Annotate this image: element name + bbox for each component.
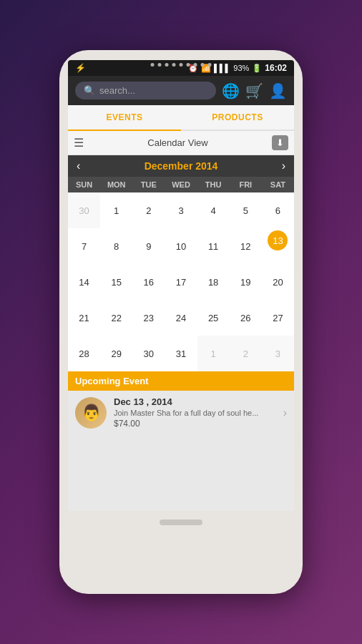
signal-icon: ▌▌▌ [214,64,230,72]
month-nav: ‹ December 2014 › [68,155,294,177]
table-row[interactable]: 4 [197,192,230,228]
tabs-bar: EVENTS PRODUCTS [68,105,294,131]
table-row[interactable]: 24 [165,300,197,336]
table-row[interactable]: 26 [230,300,262,336]
table-row[interactable]: 27 [262,300,294,336]
table-row[interactable]: 31 [165,336,197,371]
speaker-dots [151,63,212,67]
table-row[interactable]: 7 [68,228,100,264]
table-row[interactable]: 29 [100,336,132,371]
table-row[interactable]: 11 [197,228,230,264]
list-view-icon[interactable]: ☰ [74,136,84,150]
tab-products[interactable]: PRODUCTS [181,105,294,130]
table-row[interactable]: 10 [165,228,197,264]
globe-icon[interactable]: 🌐 [222,82,240,99]
table-row[interactable]: 30 [68,192,100,228]
table-row[interactable]: 2 [230,336,262,371]
content-area-empty [68,434,294,511]
event-price: $74.00 [114,419,276,429]
user-icon[interactable]: 👤 [269,82,287,99]
event-item[interactable]: 👨 Dec 13 , 2014 Join Master Sha for a fu… [68,391,294,434]
table-row[interactable]: 28 [68,336,100,371]
day-wed: WED [165,177,197,192]
day-fri: FRI [230,177,262,192]
table-row[interactable]: 25 [197,300,230,336]
download-button[interactable]: ⬇ [272,135,288,150]
cart-icon[interactable]: 🛒 [245,82,263,99]
table-row[interactable]: 9 [132,228,165,264]
calendar-toolbar: ☰ Calendar View ⬇ [68,131,294,155]
table-row[interactable]: 20 [262,264,294,300]
event-avatar: 👨 [75,397,107,429]
header-icons: 🌐 🛒 👤 [222,82,287,99]
table-row[interactable]: 1 [100,192,132,228]
table-row[interactable]: 18 [197,264,230,300]
battery-icon: 🔋 [252,64,262,73]
next-month-button[interactable]: › [282,160,285,172]
prev-month-button[interactable]: ‹ [77,160,80,172]
table-row[interactable]: 12 [230,228,262,264]
table-row[interactable]: 19 [230,264,262,300]
header-bar: 🔍 search... 🌐 🛒 👤 [68,76,294,105]
table-row[interactable]: 23 [132,300,165,336]
phone-frame: ⚡ ⏰ 📶 ▌▌▌ 93% 🔋 16:02 🔍 search... 🌐 🛒 👤 [59,50,303,594]
table-row[interactable]: 21 [68,300,100,336]
battery-percent: 93% [233,64,249,72]
event-date: Dec 13 , 2014 [114,396,276,407]
table-row[interactable]: 16 [132,264,165,300]
day-thu: THU [197,177,230,192]
day-sat: SAT [262,177,294,192]
day-headers: SUN MON TUE WED THU FRI SAT [68,177,294,192]
table-row[interactable]: 22 [100,300,132,336]
table-row[interactable]: 3 [165,192,197,228]
search-box[interactable]: 🔍 search... [75,82,216,99]
table-row[interactable]: 15 [100,264,132,300]
table-row[interactable]: 3 [262,336,294,371]
calendar-grid: 3012345678910111213141516171819202122232… [68,192,294,371]
table-row[interactable]: 1 [197,336,230,371]
event-description: Join Master Sha for a full day of soul h… [114,409,276,417]
day-mon: MON [100,177,132,192]
table-row[interactable]: 14 [68,264,100,300]
day-sun: SUN [68,177,100,192]
table-row[interactable]: 13 [262,228,294,264]
search-placeholder: search... [99,85,135,96]
clock: 16:02 [265,63,287,73]
table-row[interactable]: 6 [262,192,294,228]
status-left: ⚡ [75,63,86,73]
month-year-label: December 2014 [145,160,218,172]
table-row[interactable]: 30 [132,336,165,371]
table-row[interactable]: 17 [165,264,197,300]
event-arrow-icon: › [283,406,287,419]
search-icon: 🔍 [84,85,95,96]
table-row[interactable]: 2 [132,192,165,228]
calendar-view-label: Calendar View [88,137,268,148]
table-row[interactable]: 5 [230,192,262,228]
upcoming-header: Upcoming Event [68,371,294,391]
home-button[interactable] [160,519,202,525]
table-row[interactable]: 8 [100,228,132,264]
phone-screen: ⚡ ⏰ 📶 ▌▌▌ 93% 🔋 16:02 🔍 search... 🌐 🛒 👤 [68,60,294,511]
tab-events[interactable]: EVENTS [68,105,181,131]
event-info: Dec 13 , 2014 Join Master Sha for a full… [114,396,276,429]
day-tue: TUE [132,177,165,192]
usb-icon: ⚡ [75,63,86,73]
